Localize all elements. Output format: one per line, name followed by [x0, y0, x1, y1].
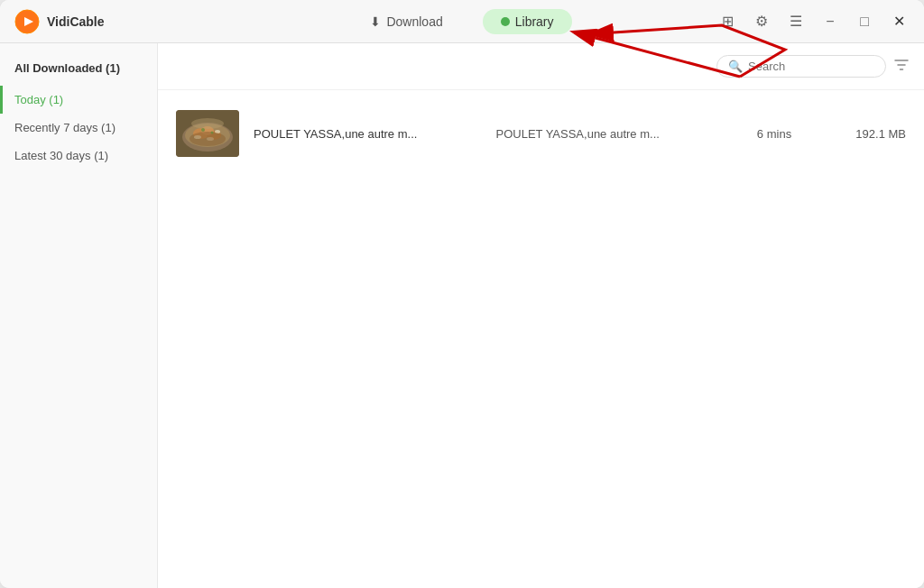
video-title: POULET YASSA,une autre m...: [254, 127, 482, 141]
close-icon: ✕: [893, 13, 905, 30]
titlebar: VidiCable ⬇ Download Library ⊞ ⚙: [0, 0, 924, 43]
filter-button[interactable]: [893, 57, 910, 77]
svg-point-15: [211, 132, 214, 134]
svg-point-12: [189, 132, 226, 146]
video-thumbnail: [176, 110, 239, 157]
titlebar-nav: ⬇ Download Library: [238, 9, 686, 34]
search-box: 🔍: [716, 55, 886, 78]
menu-button[interactable]: ☰: [785, 11, 807, 32]
svg-point-13: [191, 118, 224, 129]
sidebar: All Downloaded (1) Today (1) Recently 7 …: [0, 43, 158, 588]
content-toolbar: 🔍: [158, 43, 924, 90]
search-icon: 🔍: [728, 60, 743, 73]
main-content: All Downloaded (1) Today (1) Recently 7 …: [0, 43, 924, 588]
library-nav-button[interactable]: Library: [483, 9, 572, 34]
app-logo-area: VidiCable: [14, 9, 238, 34]
download-nav-button[interactable]: ⬇ Download: [352, 9, 460, 34]
minimize-icon: −: [826, 14, 834, 30]
library-nav-label: Library: [515, 14, 554, 29]
video-duration: 6 mins: [738, 127, 810, 141]
grid-icon: ⊞: [722, 13, 734, 30]
app-name: VidiCable: [47, 14, 105, 29]
settings-button[interactable]: ⚙: [751, 11, 772, 32]
sidebar-item-recently7[interactable]: Recently 7 days (1): [0, 114, 157, 142]
table-row[interactable]: POULET YASSA,une autre m... POULET YASSA…: [158, 101, 924, 166]
search-input[interactable]: [748, 60, 874, 73]
sidebar-latest30-label: Latest 30 days (1): [14, 149, 108, 162]
video-size: 192.1 MB: [825, 127, 906, 141]
grid-view-button[interactable]: ⊞: [716, 11, 738, 32]
download-nav-label: Download: [386, 14, 442, 29]
sidebar-section-title: All Downloaded (1): [0, 58, 157, 86]
sidebar-item-latest30[interactable]: Latest 30 days (1): [0, 142, 157, 170]
sidebar-today-label: Today (1): [14, 93, 63, 106]
window-controls: ⊞ ⚙ ☰ − □ ✕: [686, 11, 910, 32]
minimize-button[interactable]: −: [819, 11, 841, 32]
svg-point-14: [201, 128, 205, 132]
maximize-button[interactable]: □: [854, 11, 875, 32]
video-list: POULET YASSA,une autre m... POULET YASSA…: [158, 90, 924, 588]
close-button[interactable]: ✕: [888, 11, 910, 32]
filter-icon: [893, 60, 910, 76]
library-dot-icon: [501, 17, 510, 26]
video-source: POULET YASSA,une autre m...: [496, 127, 725, 141]
gear-icon: ⚙: [755, 13, 768, 30]
app-logo-icon: [14, 9, 40, 34]
maximize-icon: □: [860, 14, 869, 30]
content-area: 🔍: [158, 43, 924, 588]
sidebar-recently7-label: Recently 7 days (1): [14, 121, 116, 134]
download-nav-icon: ⬇: [370, 14, 381, 29]
hamburger-icon: ☰: [790, 13, 802, 30]
sidebar-item-today[interactable]: Today (1): [0, 86, 157, 114]
